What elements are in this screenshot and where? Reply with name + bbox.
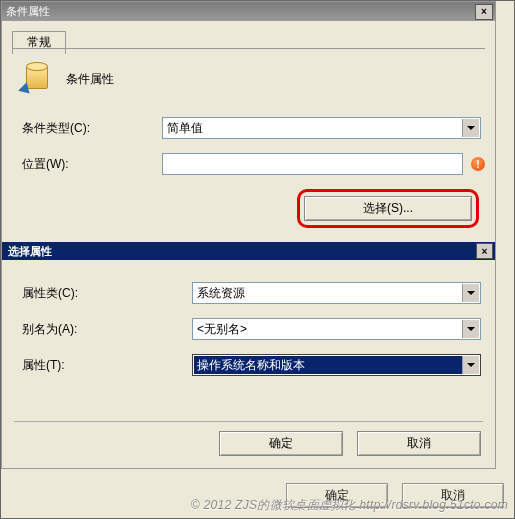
close-icon[interactable]: ×	[475, 4, 493, 20]
choose-button-label: 选择(S)...	[363, 200, 413, 217]
cancel-button[interactable]: 取消	[357, 431, 481, 456]
window-title: 条件属性	[6, 4, 50, 19]
condition-type-value: 简单值	[167, 120, 203, 137]
property-label: 属性(T):	[22, 357, 192, 374]
location-label: 位置(W):	[22, 156, 162, 173]
property-value: 操作系统名称和版本	[194, 356, 462, 374]
tab-general-label: 常规	[27, 35, 51, 49]
section-select-attribute: 选择属性 ×	[2, 242, 495, 260]
chevron-down-icon[interactable]	[462, 119, 479, 137]
condition-type-label: 条件类型(C):	[22, 120, 162, 137]
ok-button[interactable]: 确定	[219, 431, 343, 456]
titlebar: 条件属性 ×	[2, 2, 495, 21]
condition-type-dropdown[interactable]: 简单值	[162, 117, 481, 139]
watermark: © 2012 ZJS的微软桌面虚拟化 http://rdsrv.blog.51c…	[191, 497, 508, 514]
section-close-icon[interactable]: ×	[476, 243, 493, 259]
database-icon	[22, 65, 50, 93]
attr-class-dropdown[interactable]: 系统资源	[192, 282, 481, 304]
property-dropdown[interactable]: 操作系统名称和版本	[192, 354, 481, 376]
alias-value: <无别名>	[197, 321, 247, 338]
page-title: 条件属性	[66, 71, 114, 88]
chevron-down-icon[interactable]	[462, 320, 479, 338]
section-title: 选择属性	[8, 244, 52, 259]
footer-separator	[14, 421, 483, 422]
red-highlight: 选择(S)...	[297, 189, 479, 228]
chevron-down-icon[interactable]	[462, 356, 479, 374]
location-input[interactable]	[162, 153, 463, 175]
choose-button[interactable]: 选择(S)...	[304, 196, 472, 221]
cancel-label: 取消	[407, 435, 431, 452]
dialog-window: 条件属性 × 常规 条件属性 条件类型(C):	[1, 1, 496, 469]
chevron-down-icon[interactable]	[462, 284, 479, 302]
warning-icon: !	[471, 157, 485, 171]
attr-class-value: 系统资源	[197, 285, 245, 302]
alias-dropdown[interactable]: <无别名>	[192, 318, 481, 340]
attr-class-label: 属性类(C):	[22, 285, 192, 302]
alias-label: 别名为(A):	[22, 321, 192, 338]
ok-label: 确定	[269, 435, 293, 452]
